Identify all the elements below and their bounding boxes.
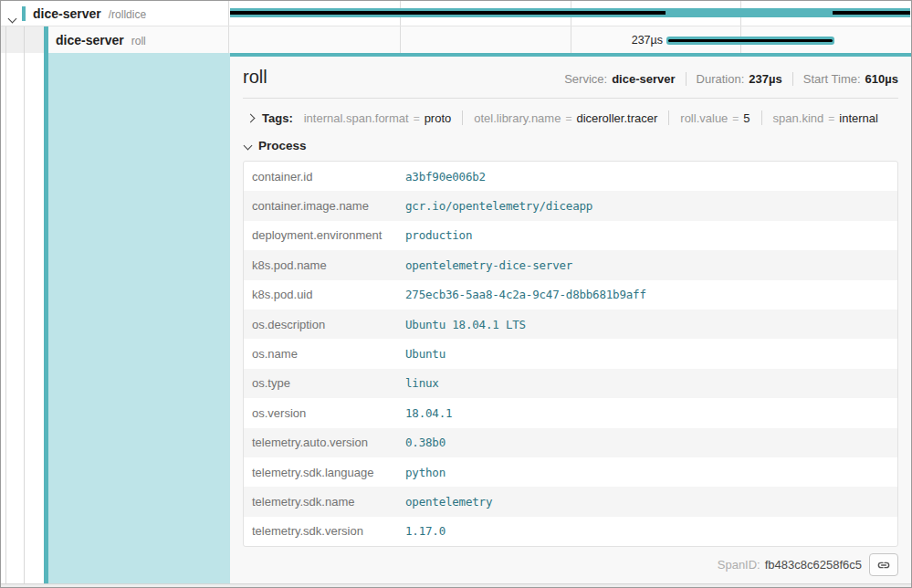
table-row: container.ida3bf90e006b2 — [244, 162, 897, 191]
tag-value: 5 — [743, 111, 750, 125]
tag-value: diceroller.tracer — [576, 111, 657, 125]
tag-key: otel.library.name — [474, 111, 561, 125]
equals-sign: = — [565, 112, 571, 125]
span-name-column-rolldice[interactable]: dice-server/rolldice — [1, 1, 229, 26]
process-label: Process — [258, 139, 307, 152]
kv-value: 0.38b0 — [405, 436, 446, 449]
span-detail-header: roll Service: dice-server Duration: 237µ… — [243, 67, 898, 88]
kv-value: Ubuntu 18.04.1 LTS — [405, 318, 526, 331]
span-duration-label: 237µs — [230, 34, 663, 47]
timeline-cell-roll: 237µs — [230, 26, 910, 53]
span-id-value: fb483c8c6258f6c5 — [765, 558, 862, 572]
kv-key: container.id — [244, 170, 405, 184]
span-id-label: SpanID: — [718, 558, 760, 572]
tag-key: roll.value — [680, 111, 728, 125]
chevron-right-icon[interactable] — [246, 113, 256, 122]
equals-sign: = — [414, 112, 420, 125]
table-row: telemetry.sdk.version1.17.0 — [244, 517, 897, 546]
kv-value: 275ecb36-5aa8-4c2a-9c47-d8bb681b9aff — [405, 288, 646, 301]
selected-span-highlight — [48, 53, 230, 583]
tag-divider — [668, 110, 669, 125]
process-section-header[interactable]: Process — [243, 136, 898, 154]
service-label: Service: — [564, 72, 607, 86]
timeline-cell-rolldice — [230, 1, 910, 26]
kv-key: telemetry.auto.version — [244, 436, 405, 449]
tag-divider — [462, 110, 463, 125]
kv-value: gcr.io/opentelemetry/diceapp — [405, 199, 592, 213]
indent-guide-area — [1, 26, 44, 53]
duration-label: Duration: — [697, 72, 745, 86]
trace-timeline-view: dice-server/rolldice dice-serverroll 237… — [0, 0, 912, 588]
tag-item: span.kind = internal — [773, 111, 878, 125]
kv-key: k8s.pod.name — [244, 258, 405, 272]
span-title: roll — [243, 67, 267, 88]
indent-guide-line — [5, 26, 6, 583]
tag-item: otel.library.name = diceroller.tracer — [474, 111, 657, 125]
meta-divider — [686, 72, 687, 86]
start-time-label: Start Time: — [803, 72, 861, 86]
kv-value: opentelemetry — [405, 495, 492, 509]
service-name-text: dice-server — [33, 6, 101, 21]
table-row: k8s.pod.nameopentelemetry-dice-server — [244, 250, 897, 279]
kv-key: telemetry.sdk.version — [244, 524, 405, 538]
service-name: dice-server/rolldice — [33, 6, 146, 21]
start-time-value: 610µs — [865, 72, 898, 86]
kv-key: os.name — [244, 347, 405, 361]
tag-value: internal — [839, 111, 878, 125]
table-row: telemetry.sdk.languagepython — [244, 457, 897, 487]
tags-section-header[interactable]: Tags: internal.span.format = proto otel.… — [243, 108, 898, 128]
equals-sign: = — [828, 112, 834, 125]
kv-key: os.description — [244, 318, 405, 331]
kv-value: linux — [405, 376, 439, 390]
bottom-strip — [1, 583, 911, 587]
span-detail-panel: roll Service: dice-server Duration: 237µ… — [230, 53, 911, 583]
tag-item: roll.value = 5 — [680, 111, 750, 125]
duration-value: 237µs — [749, 72, 781, 86]
span-bar-rolldice[interactable] — [230, 8, 910, 17]
kv-key: telemetry.sdk.name — [244, 495, 405, 509]
span-name-column-roll[interactable]: dice-serverroll — [1, 26, 229, 53]
tag-key: span.kind — [773, 111, 824, 125]
kv-key: container.image.name — [244, 199, 405, 213]
table-row: telemetry.auto.version0.38b0 — [244, 428, 897, 457]
kv-value: opentelemetry-dice-server — [405, 258, 572, 272]
kv-key: os.version — [244, 406, 405, 420]
span-bar-roll[interactable] — [666, 37, 833, 45]
tags-label: Tags: — [262, 111, 293, 125]
process-key-value-table: container.ida3bf90e006b2 container.image… — [243, 161, 898, 547]
kv-key: telemetry.sdk.language — [244, 466, 405, 479]
span-meta: Service: dice-server Duration: 237µs Sta… — [564, 72, 898, 86]
indent-guide-line — [24, 26, 25, 583]
span-bar-inner — [668, 39, 832, 42]
table-row: os.descriptionUbuntu 18.04.1 LTS — [244, 310, 897, 339]
table-row: os.version18.04.1 — [244, 398, 897, 427]
service-color-bar — [22, 6, 26, 21]
tag-key: internal.span.format — [304, 111, 409, 125]
span-detail-footer: SpanID: fb483c8c6258f6c5 — [243, 547, 898, 576]
table-row: os.typelinux — [244, 369, 897, 398]
service-value: dice-server — [612, 72, 675, 86]
meta-divider — [792, 72, 793, 86]
table-row: deployment.environmentproduction — [244, 221, 897, 250]
tag-value: proto — [425, 111, 452, 125]
span-row-rolldice[interactable]: dice-server/rolldice — [1, 1, 911, 26]
span-row-roll[interactable]: dice-serverroll 237µs — [1, 26, 911, 53]
equals-sign: = — [732, 112, 739, 125]
service-name: dice-serverroll — [56, 33, 146, 47]
table-row: k8s.pod.uid275ecb36-5aa8-4c2a-9c47-d8bb6… — [244, 280, 897, 310]
deep-link-button[interactable] — [869, 553, 898, 576]
chevron-down-icon[interactable] — [244, 141, 253, 150]
operation-name: roll — [131, 35, 146, 47]
kv-value: 18.04.1 — [405, 406, 452, 420]
tag-divider — [761, 110, 762, 125]
kv-key: deployment.environment — [244, 228, 405, 242]
table-row: container.image.namegcr.io/opentelemetry… — [244, 191, 897, 220]
kv-value: Ubuntu — [405, 347, 446, 361]
kv-value: python — [405, 466, 446, 479]
collapse-chevron-icon[interactable] — [9, 9, 16, 26]
tag-item: internal.span.format = proto — [304, 111, 452, 125]
kv-value: production — [405, 228, 472, 242]
operation-name: /rolldice — [109, 8, 146, 21]
link-icon — [876, 558, 891, 572]
table-row: os.nameUbuntu — [244, 339, 897, 368]
